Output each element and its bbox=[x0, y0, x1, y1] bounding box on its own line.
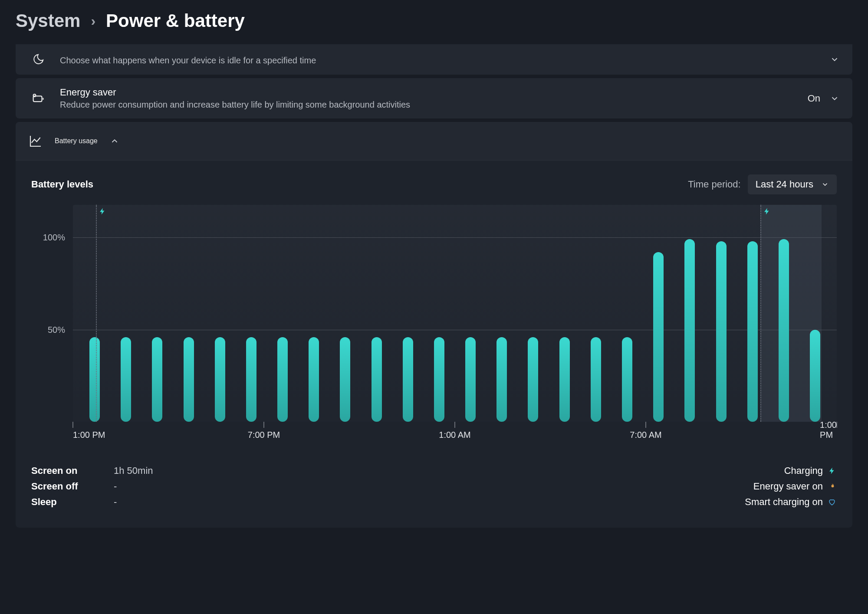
bar[interactable] bbox=[236, 205, 267, 422]
time-period-label: Time period: bbox=[688, 179, 740, 190]
bar[interactable] bbox=[79, 205, 110, 422]
screen-off-label: Screen off bbox=[31, 481, 96, 492]
flame-icon bbox=[827, 483, 837, 490]
bar[interactable] bbox=[643, 205, 674, 422]
bar[interactable] bbox=[298, 205, 329, 422]
y-tick: 50% bbox=[48, 325, 65, 335]
bar[interactable] bbox=[674, 205, 705, 422]
idle-subtitle: Choose what happens when your device is … bbox=[60, 56, 818, 66]
bars-container[interactable] bbox=[73, 205, 837, 422]
bar[interactable] bbox=[517, 205, 549, 422]
bar[interactable] bbox=[361, 205, 392, 422]
bar[interactable] bbox=[705, 205, 736, 422]
chevron-down-icon bbox=[830, 94, 839, 103]
x-tick: 7:00 PM bbox=[248, 430, 280, 440]
bar[interactable] bbox=[267, 205, 298, 422]
bar[interactable] bbox=[204, 205, 236, 422]
legend-charging: Charging bbox=[784, 465, 823, 476]
screen-off-value: - bbox=[114, 481, 117, 492]
battery-saver-icon bbox=[29, 91, 48, 106]
bar[interactable] bbox=[612, 205, 643, 422]
chevron-up-icon bbox=[110, 136, 119, 146]
legend-smart-charging: Smart charging on bbox=[745, 496, 823, 508]
bar[interactable] bbox=[455, 205, 486, 422]
energy-saver-subtitle: Reduce power consumption and increase ba… bbox=[60, 100, 796, 110]
bar[interactable] bbox=[392, 205, 424, 422]
breadcrumb: System › Power & battery bbox=[0, 0, 868, 44]
x-tick: 1:00 PM bbox=[73, 430, 105, 440]
svg-point-2 bbox=[33, 94, 36, 97]
chevron-right-icon: › bbox=[91, 13, 95, 29]
energy-saver-status: On bbox=[808, 93, 820, 104]
x-tick: 1:00 AM bbox=[439, 430, 470, 440]
bar[interactable] bbox=[737, 205, 768, 422]
bar[interactable] bbox=[768, 205, 799, 422]
battery-levels-title: Battery levels bbox=[31, 179, 93, 190]
battery-chart: 100% 50% 1:00 PM7:00 PM1:00 AM7:00 AM1:0… bbox=[31, 205, 837, 448]
bar[interactable] bbox=[141, 205, 173, 422]
legend-energy-saver: Energy saver on bbox=[753, 481, 823, 492]
sleep-value: - bbox=[114, 496, 117, 508]
bolt-icon bbox=[827, 467, 837, 475]
chevron-down-icon bbox=[830, 55, 839, 64]
time-period-dropdown[interactable]: Last 24 hours bbox=[748, 174, 837, 194]
idle-settings-card[interactable]: Choose what happens when your device is … bbox=[16, 44, 852, 75]
moon-icon bbox=[29, 53, 48, 66]
bar[interactable] bbox=[549, 205, 580, 422]
bar[interactable] bbox=[486, 205, 517, 422]
battery-usage-header[interactable]: Battery usage bbox=[16, 122, 852, 160]
battery-usage-title: Battery usage bbox=[55, 137, 98, 145]
x-tick: 7:00 AM bbox=[630, 430, 661, 440]
bar[interactable] bbox=[424, 205, 455, 422]
battery-usage-body: Battery levels Time period: Last 24 hour… bbox=[16, 160, 852, 528]
screen-on-label: Screen on bbox=[31, 465, 96, 476]
bar[interactable] bbox=[110, 205, 141, 422]
sleep-label: Sleep bbox=[31, 496, 96, 508]
x-tick: 1:00 PM bbox=[820, 420, 837, 440]
screen-on-value: 1h 50min bbox=[114, 465, 153, 476]
y-tick: 100% bbox=[43, 233, 65, 243]
bar[interactable] bbox=[173, 205, 204, 422]
bar[interactable] bbox=[799, 205, 831, 422]
charge-marker bbox=[760, 205, 761, 422]
bolt-icon bbox=[763, 207, 771, 215]
bolt-icon bbox=[99, 207, 106, 215]
energy-saver-card[interactable]: Energy saver Reduce power consumption an… bbox=[16, 78, 852, 118]
energy-saver-title: Energy saver bbox=[60, 87, 796, 98]
bar[interactable] bbox=[329, 205, 361, 422]
heart-icon bbox=[827, 498, 837, 506]
chart-icon bbox=[29, 134, 43, 148]
time-period-value: Last 24 hours bbox=[756, 179, 813, 190]
chevron-down-icon bbox=[821, 181, 829, 188]
bar[interactable] bbox=[580, 205, 612, 422]
breadcrumb-parent[interactable]: System bbox=[16, 10, 80, 31]
breadcrumb-current: Power & battery bbox=[106, 10, 245, 31]
charge-marker bbox=[96, 205, 97, 422]
